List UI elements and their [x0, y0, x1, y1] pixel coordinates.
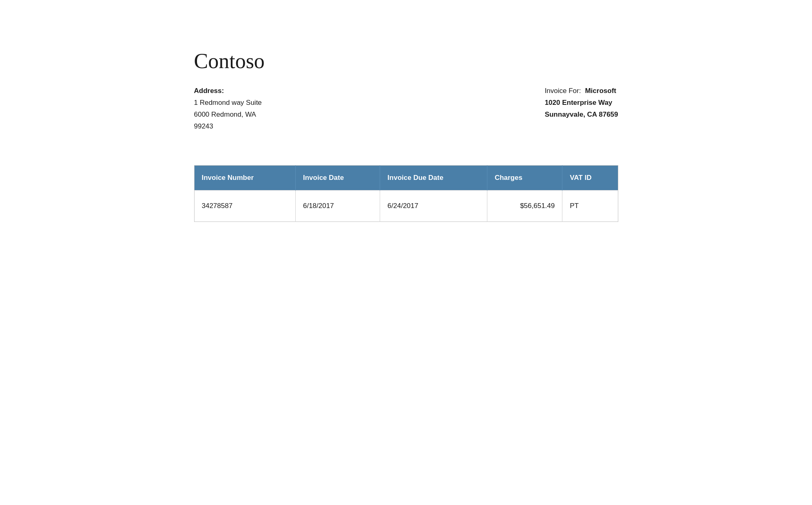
cell-invoice-due-date: 6/24/2017 — [380, 190, 487, 221]
col-header-invoice-due-date: Invoice Due Date — [380, 165, 487, 190]
table-section: Invoice Number Invoice Date Invoice Due … — [194, 165, 618, 222]
cell-charges: $56,651.49 — [487, 190, 562, 221]
invoice-for-address-line2: Sunnayvale, CA 87659 — [545, 109, 618, 121]
page-container: Contoso Address: 1 Redmond way Suite 600… — [162, 0, 651, 255]
invoice-for-row: Invoice For: Microsoft — [545, 85, 618, 97]
cell-invoice-date: 6/18/2017 — [295, 190, 380, 221]
invoice-table: Invoice Number Invoice Date Invoice Due … — [194, 165, 618, 222]
header-section: Address: 1 Redmond way Suite 6000 Redmon… — [194, 85, 618, 133]
col-header-vat-id: VAT ID — [562, 165, 618, 190]
invoice-for-label: Invoice For: — [545, 85, 581, 97]
sender-line1: 1 Redmond way Suite — [194, 97, 262, 109]
sender-line2: 6000 Redmond, WA — [194, 109, 262, 121]
invoice-for-address-line1: 1020 Enterprise Way — [545, 97, 618, 109]
invoice-for-company: Microsoft — [585, 85, 616, 97]
col-header-invoice-number: Invoice Number — [194, 165, 295, 190]
invoice-for-section: Invoice For: Microsoft 1020 Enterprise W… — [545, 85, 618, 121]
address-label: Address: — [194, 87, 224, 95]
cell-vat-id: PT — [562, 190, 618, 221]
company-name: Contoso — [194, 49, 618, 73]
table-header-row: Invoice Number Invoice Date Invoice Due … — [194, 165, 618, 190]
cell-invoice-number: 34278587 — [194, 190, 295, 221]
sender-line3: 99243 — [194, 121, 262, 133]
table-row: 34278587 6/18/2017 6/24/2017 $56,651.49 … — [194, 190, 618, 221]
col-header-invoice-date: Invoice Date — [295, 165, 380, 190]
col-header-charges: Charges — [487, 165, 562, 190]
sender-address: Address: 1 Redmond way Suite 6000 Redmon… — [194, 85, 262, 133]
